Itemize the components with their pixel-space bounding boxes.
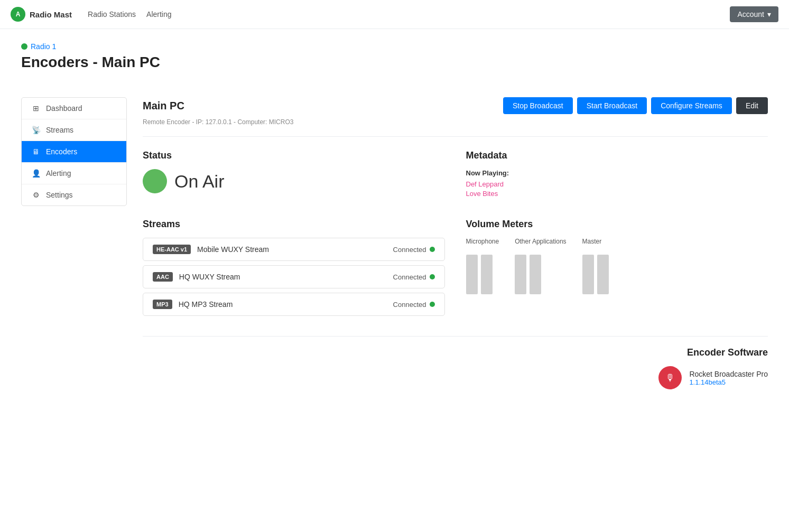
volume-bar-mic-2 <box>481 255 493 294</box>
volume-bars-other <box>515 252 541 294</box>
stream-status-text-0: Connected <box>393 246 426 254</box>
encoder-btn-group: Stop Broadcast Start Broadcast Configure… <box>503 97 768 114</box>
status-section: Status On Air <box>143 150 445 198</box>
streams-label: Streams <box>143 219 445 230</box>
brand-name: Radio Mast <box>30 10 72 19</box>
account-label: Account <box>737 10 764 18</box>
software-icon: 🎙 <box>658 366 682 389</box>
stream-name-2: HQ MP3 Stream <box>179 300 233 309</box>
navbar: A Radio Mast Radio Stations Alerting Acc… <box>0 0 789 29</box>
stream-item-1: AAC HQ WUXY Stream Connected <box>143 265 445 288</box>
volume-meter-label-0: Microphone <box>466 238 499 245</box>
stream-status-dot-2 <box>430 302 435 307</box>
stream-status-0: Connected <box>393 246 435 254</box>
content-area: Main PC Stop Broadcast Start Broadcast C… <box>127 97 768 389</box>
brand-icon: A <box>11 7 25 22</box>
volume-meter-label-2: Master <box>582 238 602 245</box>
encoder-software-title: Encoder Software <box>143 347 768 358</box>
nav-radio-stations[interactable]: Radio Stations <box>88 10 136 18</box>
stream-left-2: MP3 HQ MP3 Stream <box>153 300 233 309</box>
streams-section: Streams HE-AAC v1 Mobile WUXY Stream Con… <box>143 219 445 320</box>
radio-name[interactable]: Radio 1 <box>31 42 56 51</box>
codec-badge-1: AAC <box>153 272 173 282</box>
volume-section: Volume Meters Microphone Other Applicati… <box>466 219 768 320</box>
sidebar-item-encoders[interactable]: 🖥 Encoders <box>22 141 126 163</box>
account-button[interactable]: Account ▾ <box>730 6 778 22</box>
settings-icon: ⚙ <box>31 191 41 199</box>
volume-bar-other-1 <box>515 255 526 294</box>
software-version: 1.1.14beta5 <box>689 378 768 386</box>
encoder-software: Encoder Software 🎙 Rocket Broadcaster Pr… <box>143 336 768 389</box>
stream-status-text-1: Connected <box>393 273 426 281</box>
now-playing-artist: Def Leppard <box>466 180 768 188</box>
status-metadata: Status On Air Metadata Now Playing: Def … <box>143 150 768 198</box>
stream-item-2: MP3 HQ MP3 Stream Connected <box>143 293 445 316</box>
stream-status-2: Connected <box>393 301 435 309</box>
sidebar-label-encoders: Encoders <box>46 147 77 156</box>
on-air-dot <box>143 169 167 193</box>
volume-bars-master <box>582 252 609 294</box>
sidebar-item-streams[interactable]: 📡 Streams <box>22 119 126 141</box>
on-air-text: On Air <box>174 171 224 192</box>
codec-badge-0: HE-AAC v1 <box>153 245 191 254</box>
navbar-brand[interactable]: A Radio Mast <box>11 7 72 22</box>
stream-status-dot-0 <box>430 247 435 252</box>
stream-status-text-2: Connected <box>393 301 426 309</box>
stream-item-0: HE-AAC v1 Mobile WUXY Stream Connected <box>143 238 445 261</box>
volume-bar-master-2 <box>597 255 609 294</box>
encoder-title: Main PC <box>143 100 184 112</box>
sidebar-label-settings: Settings <box>46 191 73 199</box>
metadata-label: Metadata <box>466 150 768 161</box>
now-playing-label: Now Playing: <box>466 169 768 177</box>
navbar-right: Account ▾ <box>730 6 778 22</box>
volume-meters-container: Microphone Other Applications <box>466 238 768 294</box>
software-info: 🎙 Rocket Broadcaster Pro 1.1.14beta5 <box>143 366 768 389</box>
configure-streams-button[interactable]: Configure Streams <box>651 97 732 114</box>
volume-bar-other-2 <box>530 255 541 294</box>
page-header: Radio 1 Encoders - Main PC <box>0 29 789 71</box>
sidebar: ⊞ Dashboard 📡 Streams 🖥 Encoders 👤 Alert… <box>21 97 127 206</box>
navbar-nav: Radio Stations Alerting <box>88 10 730 18</box>
status-label: Status <box>143 150 445 161</box>
stream-name-0: Mobile WUXY Stream <box>197 245 269 254</box>
divider-1 <box>143 136 768 137</box>
nav-alerting[interactable]: Alerting <box>146 10 171 18</box>
stream-name-1: HQ WUXY Stream <box>179 273 240 281</box>
volume-label: Volume Meters <box>466 219 768 230</box>
volume-bar-master-1 <box>582 255 594 294</box>
radio-badge: Radio 1 <box>21 42 768 51</box>
page-title: Encoders - Main PC <box>21 54 768 71</box>
metadata-section: Metadata Now Playing: Def Leppard Love B… <box>466 150 768 198</box>
sidebar-label-streams: Streams <box>46 126 73 134</box>
account-chevron-icon: ▾ <box>767 10 771 18</box>
stream-left-0: HE-AAC v1 Mobile WUXY Stream <box>153 245 269 254</box>
encoders-icon: 🖥 <box>31 147 41 156</box>
start-broadcast-button[interactable]: Start Broadcast <box>577 97 647 114</box>
streams-icon: 📡 <box>31 126 41 134</box>
stream-left-1: AAC HQ WUXY Stream <box>153 272 240 282</box>
alerting-icon: 👤 <box>31 169 41 178</box>
codec-badge-2: MP3 <box>153 300 172 309</box>
encoder-subtitle: Remote Encoder - IP: 127.0.0.1 - Compute… <box>143 118 768 126</box>
volume-meter-master: Master <box>582 238 609 294</box>
sidebar-label-dashboard: Dashboard <box>46 104 82 113</box>
sidebar-item-dashboard[interactable]: ⊞ Dashboard <box>22 98 126 119</box>
software-name: Rocket Broadcaster Pro <box>689 370 768 378</box>
volume-bars-microphone <box>466 252 493 294</box>
sidebar-label-alerting: Alerting <box>46 169 71 178</box>
stream-status-1: Connected <box>393 273 435 281</box>
radio-status-dot <box>21 43 27 50</box>
volume-meter-label-1: Other Applications <box>515 238 566 245</box>
edit-button[interactable]: Edit <box>736 97 768 114</box>
software-details: Rocket Broadcaster Pro 1.1.14beta5 <box>689 370 768 386</box>
volume-meter-other: Other Applications <box>515 238 566 294</box>
stop-broadcast-button[interactable]: Stop Broadcast <box>503 97 573 114</box>
sidebar-item-alerting[interactable]: 👤 Alerting <box>22 163 126 184</box>
volume-bar-mic-1 <box>466 255 478 294</box>
dashboard-icon: ⊞ <box>31 104 41 113</box>
encoder-header: Main PC Stop Broadcast Start Broadcast C… <box>143 97 768 114</box>
stream-status-dot-1 <box>430 274 435 279</box>
volume-meter-microphone: Microphone <box>466 238 499 294</box>
on-air-container: On Air <box>143 169 445 193</box>
sidebar-item-settings[interactable]: ⚙ Settings <box>22 184 126 206</box>
